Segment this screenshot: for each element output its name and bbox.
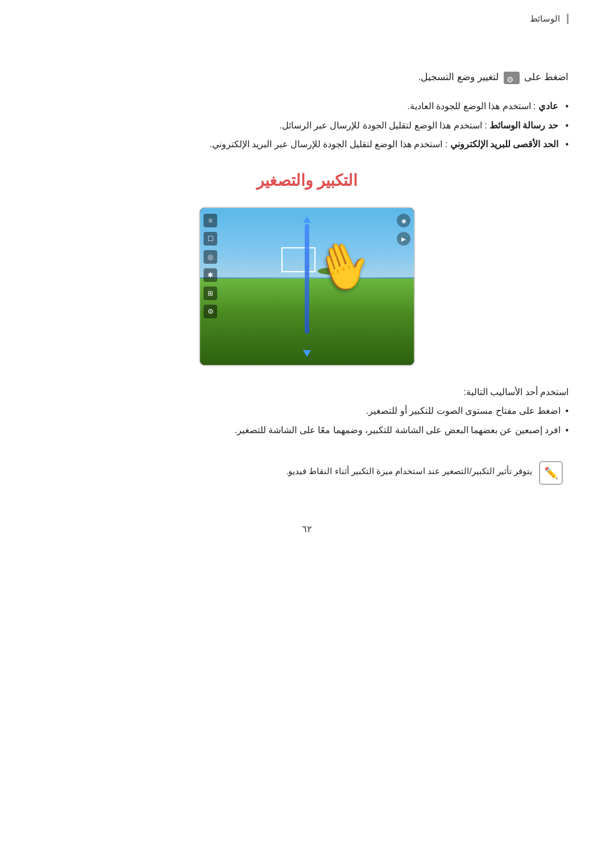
camera-icon-grid2: ⊞ (204, 286, 217, 300)
bullet-item-2: حد رسالة الوسائط : استخدم هذا الوضع لتقل… (45, 116, 569, 135)
camera-icon-gear: ⚙ (204, 305, 217, 318)
camera-icon-star: ✱ (204, 268, 217, 282)
body-bullet-list: اضغط على مفتاح مستوى الصوت للتكبير أو لل… (45, 401, 569, 439)
body-bullet-1: اضغط على مفتاح مستوى الصوت للتكبير أو لل… (45, 401, 569, 421)
bullet-item-3: الحد الأقصى للبريد الإلكتروني : استخدم ه… (45, 135, 569, 154)
note-text: يتوفر تأثير التكبير/التصغير عند استخدام … (286, 461, 532, 480)
zoom-arrow-up (303, 216, 311, 223)
camera-icon-lens: ◉ (397, 214, 410, 227)
camera-sidebar: ≡ ☐ ◎ ✱ ⊞ ⚙ (204, 214, 217, 318)
camera-right-icons: ◉ ▶ (397, 214, 410, 246)
bullet-text-3: : استخدم هذا الوضع لتقليل الجودة للإرسال… (209, 139, 447, 149)
bullet-term-3: الحد الأقصى للبريد الإلكتروني (450, 139, 558, 149)
body-text-section: استخدم أحد الأساليب التالية: اضغط على مف… (45, 383, 569, 489)
body-intro-text: استخدم أحد الأساليب التالية: (45, 383, 569, 401)
camera-icon-circle: ◎ (204, 250, 217, 264)
page-section-label: الوسائط (530, 14, 569, 24)
camera-image-container: ≡ ☐ ◎ ✱ ⊞ ⚙ ◉ ▶ 🤚 (45, 207, 569, 366)
intro-paragraph: اضغط على لتغيير وضع التسجيل. (45, 68, 569, 86)
camera-ui: ≡ ☐ ◎ ✱ ⊞ ⚙ ◉ ▶ 🤚 (199, 207, 415, 366)
intro-bullet-list: عادي : استخدم هذا الوضع للجودة العادية. … (45, 97, 569, 154)
note-box: ✏️ يتوفر تأثير التكبير/التصغير عند استخد… (45, 456, 569, 489)
bullet-item-1: عادي : استخدم هذا الوضع للجودة العادية. (45, 97, 569, 116)
zoom-arrow-down (303, 350, 311, 357)
bullet-text-1: : استخدم هذا الوضع للجودة العادية. (407, 101, 536, 111)
camera-icon-capture: ▶ (397, 232, 410, 246)
intro-press-text2: لتغيير وضع التسجيل. (418, 72, 499, 82)
settings-icon (504, 72, 520, 84)
page-number: ٦٢ (45, 524, 569, 534)
bullet-text-2: : استخدم هذا الوضع لتقليل الجودة للإرسال… (279, 121, 487, 130)
camera-icon-grid: ≡ (204, 214, 217, 227)
bullet-term-2: حد رسالة الوسائط (489, 121, 558, 130)
intro-press-text: اضغط على (524, 72, 569, 82)
body-bullet-2: افرد إصبعين عن بعضهما البعض على الشاشة ل… (45, 421, 569, 440)
bullet-term-1: عادي (538, 101, 558, 111)
camera-icon-square: ☐ (204, 232, 217, 246)
note-icon: ✏️ (539, 461, 563, 485)
section-heading-zoom: التكبير والتصغير (45, 171, 569, 190)
zoom-bar (305, 224, 309, 334)
